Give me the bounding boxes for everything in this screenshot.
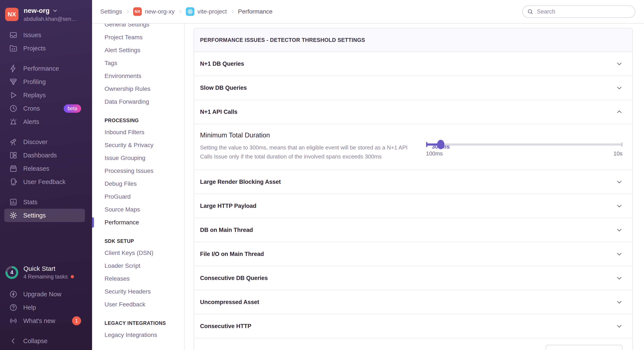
accordion-header[interactable]: Slow DB Queries <box>194 76 632 100</box>
accordion-header[interactable]: Large Render Blocking Asset <box>194 170 632 194</box>
settings-nav-item[interactable]: PROCESSING <box>92 115 184 126</box>
settings-nav-item[interactable]: Processing Issues <box>92 165 184 177</box>
accordion-label: Consecutive HTTP <box>200 323 252 330</box>
settings-nav-item[interactable]: LEGACY INTEGRATIONS <box>92 318 184 329</box>
accordion-label: Large Render Blocking Asset <box>200 179 281 185</box>
sidebar-item[interactable]: Releases <box>4 162 85 175</box>
alerts-icon <box>8 117 18 127</box>
sidebar-item[interactable]: User Feedback <box>4 175 85 188</box>
accordion-header[interactable]: DB on Main Thread <box>194 218 632 242</box>
chevron-down-icon <box>616 85 622 91</box>
panel-footer: Reset All Thresholds <box>194 339 632 350</box>
settings-nav-item[interactable]: Issue Grouping <box>92 152 184 165</box>
accordion-header[interactable]: Uncompressed Asset <box>194 290 632 314</box>
sidebar-item[interactable]: Dashboards <box>4 149 85 162</box>
accordion-item: Consecutive DB Queries <box>194 266 632 290</box>
settings-nav-item[interactable]: SDK SETUP <box>92 236 184 246</box>
settings-nav-item[interactable]: Inbound Filters <box>92 126 184 139</box>
accordion-item: N+1 DB Queries <box>194 52 632 76</box>
quick-start-progress-ring: 4 <box>6 266 18 279</box>
sidebar-item[interactable]: Stats <box>4 195 85 209</box>
settings-nav-label: Releases <box>104 275 130 282</box>
chevron-down-icon <box>616 61 622 67</box>
broadcast-icon <box>8 316 18 326</box>
settings-nav-label: Performance <box>104 219 139 226</box>
accordion-header[interactable]: N+1 API Calls <box>194 100 632 124</box>
sidebar-item[interactable]: Discover <box>4 135 85 149</box>
accordion-label: Slow DB Queries <box>200 85 247 91</box>
accordion-header[interactable]: Large HTTP Payload <box>194 194 632 218</box>
breadcrumb-item[interactable]: Settings <box>100 8 122 15</box>
breadcrumb-item[interactable]: Performance <box>230 8 272 15</box>
sidebar-footer-item[interactable]: Upgrade Now <box>4 288 85 301</box>
sidebar-item[interactable]: Crons beta <box>4 102 85 115</box>
settings-nav-item[interactable]: Debug Files <box>92 177 184 190</box>
crumb-chevron-icon <box>126 9 130 14</box>
settings-nav-label: Client Keys (DSN) <box>104 249 153 256</box>
settings-nav-label: Alert Settings <box>104 47 140 54</box>
settings-nav-label: Loader Script <box>104 262 140 269</box>
discover-icon <box>8 137 18 147</box>
settings-nav: General Settings Project Teams Alert Set… <box>92 24 184 350</box>
settings-nav-item[interactable]: General Settings <box>92 24 184 31</box>
settings-nav-item[interactable]: Legacy Integrations <box>92 329 184 342</box>
settings-nav-label: Processing Issues <box>104 168 153 174</box>
settings-nav-item[interactable]: Releases <box>92 272 184 285</box>
crumb-chevron-icon <box>230 9 235 14</box>
settings-nav-item[interactable]: Security & Privacy <box>92 139 184 152</box>
topbar: Settings NX new-org-xy vite-project <box>92 0 644 24</box>
sidebar-item[interactable]: Profiling <box>4 75 85 88</box>
settings-nav-item[interactable]: Client Keys (DSN) <box>92 246 184 259</box>
performance-icon <box>8 64 18 73</box>
accordion-header[interactable]: N+1 DB Queries <box>194 52 632 76</box>
settings-nav-label: ProGuard <box>104 193 130 200</box>
settings-nav-item[interactable]: Performance <box>92 216 184 229</box>
sidebar-item[interactable]: Replays <box>4 88 85 102</box>
settings-nav-item[interactable]: User Feedback <box>92 298 184 311</box>
accordion-label: Uncompressed Asset <box>200 299 259 306</box>
settings-nav-item[interactable]: ProGuard <box>92 190 184 203</box>
settings-nav-item[interactable]: Tags <box>92 57 184 70</box>
settings-nav-label: Legacy Integrations <box>104 332 157 339</box>
settings-nav-item[interactable]: Security Headers <box>92 285 184 298</box>
sidebar-footer-item[interactable]: Help <box>4 301 85 314</box>
sidebar-item[interactable]: Performance <box>4 62 85 75</box>
sidebar-item[interactable]: Alerts <box>4 115 85 128</box>
panel-header: PERFORMANCE ISSUES - DETECTOR THRESHOLD … <box>194 28 632 52</box>
sidebar-collapse-button[interactable]: Collapse <box>4 334 85 348</box>
search-input[interactable] <box>522 5 636 18</box>
breadcrumb-item[interactable]: NX new-org-xy <box>126 7 174 16</box>
settings-nav-item[interactable]: Project Teams <box>92 31 184 44</box>
sidebar-item[interactable]: Issues <box>4 28 85 42</box>
breadcrumb-item[interactable]: vite-project <box>178 7 227 16</box>
slider-thumb[interactable] <box>437 140 444 149</box>
settings-nav-label: PROCESSING <box>104 118 139 124</box>
sidebar-item[interactable]: Settings <box>4 209 85 222</box>
settings-nav-item[interactable]: Data Forwarding <box>92 95 184 108</box>
sidebar-item-label: Upgrade Now <box>23 291 61 298</box>
org-email: abdullah.khan@sen… <box>24 16 76 22</box>
org-switcher[interactable]: NX new-org abdullah.khan@sen… <box>0 0 92 22</box>
quick-start[interactable]: 4 Quick Start 4 Remaining tasks <box>6 265 87 280</box>
reset-all-thresholds-button[interactable]: Reset All Thresholds <box>546 345 622 350</box>
sidebar-item[interactable]: Projects <box>4 42 85 55</box>
crons-icon <box>8 104 18 113</box>
user-feedback-icon <box>8 177 18 186</box>
replays-icon <box>8 90 18 100</box>
sidebar-item-label: What's new <box>23 317 55 325</box>
slider-track[interactable] <box>426 144 622 146</box>
settings-nav-label: SDK SETUP <box>104 238 134 244</box>
settings-nav-item[interactable]: Alert Settings <box>92 44 184 57</box>
org-avatar: NX <box>5 8 18 21</box>
settings-nav-item[interactable]: Ownership Rules <box>92 82 184 95</box>
accordion-header[interactable]: File I/O on Main Thread <box>194 242 632 266</box>
settings-nav-item[interactable]: Loader Script <box>92 259 184 272</box>
accordion-header[interactable]: Consecutive DB Queries <box>194 266 632 290</box>
settings-nav-item[interactable]: Source Maps <box>92 203 184 216</box>
sidebar-item-label: Help <box>23 304 36 311</box>
settings-nav-item[interactable]: Environments <box>92 70 184 82</box>
sidebar-footer-item[interactable]: What's new 1 <box>4 314 85 328</box>
chevron-down-icon <box>616 227 622 233</box>
detail-title: Minimum Total Duration <box>200 131 412 139</box>
accordion-header[interactable]: Consecutive HTTP <box>194 314 632 338</box>
